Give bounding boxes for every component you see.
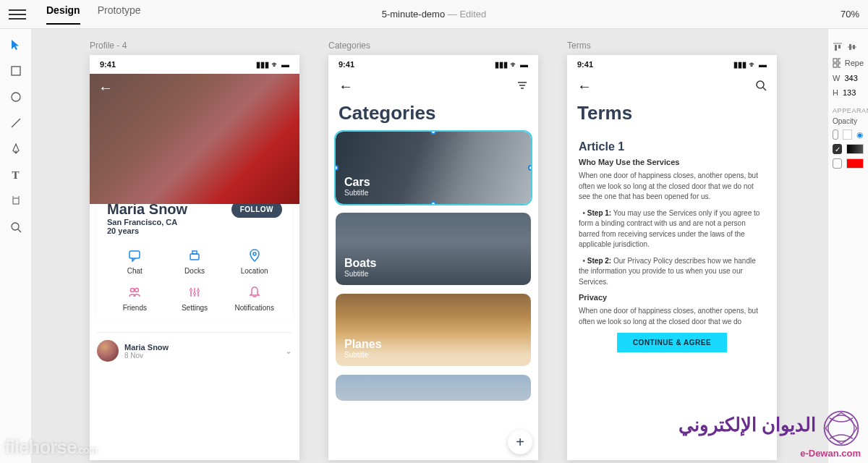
- chevron-down-icon[interactable]: ⌄: [285, 346, 292, 356]
- selection-handle[interactable]: [336, 165, 339, 171]
- select-tool-icon[interactable]: [9, 38, 23, 52]
- chat-icon: [107, 248, 163, 263]
- height-input[interactable]: [843, 88, 867, 97]
- fab-add-button[interactable]: +: [508, 430, 532, 454]
- width-input[interactable]: [844, 74, 868, 82]
- signal-icon: ▮▮▮: [256, 60, 269, 69]
- svg-rect-3: [13, 198, 19, 204]
- mode-tabs: Design Prototype: [46, 4, 141, 25]
- selection-handle[interactable]: [430, 132, 436, 135]
- status-time: 9:41: [339, 60, 354, 69]
- artboard-terms-wrap: Terms 9:41 ▮▮▮ᯤ▬ ← Terms Article 1 Who M…: [567, 41, 777, 463]
- selection-handle[interactable]: [430, 201, 436, 204]
- artboard-profile-wrap: Profile - 4 9:41 ▮▮▮ ᯤ ▬ ← Maria: [90, 41, 299, 463]
- terms-step-1: • Step 1: You may use the Services only …: [579, 208, 765, 250]
- line-tool-icon[interactable]: [9, 116, 23, 130]
- opacity-label: Opacity: [833, 117, 864, 125]
- category-card-boats[interactable]: Boats Subtitle: [336, 213, 531, 285]
- selection-handle[interactable]: [336, 201, 339, 204]
- terms-privacy-paragraph: When one door of happiness closes, anoth…: [579, 306, 765, 327]
- artboard-label[interactable]: Terms: [567, 41, 777, 51]
- category-title: Boats: [344, 257, 522, 270]
- category-title: Cars: [344, 176, 522, 189]
- fill-checkbox[interactable]: ✓: [833, 144, 842, 154]
- continue-agree-button[interactable]: CONTINUE & AGREE: [617, 333, 727, 352]
- color-swatch[interactable]: [846, 158, 864, 169]
- fill-checkbox[interactable]: [833, 129, 838, 140]
- profile-action-friends[interactable]: Friends: [107, 285, 163, 312]
- search-icon[interactable]: [755, 80, 767, 94]
- artboard-profile[interactable]: 9:41 ▮▮▮ ᯤ ▬ ← Maria Snow San Francisco,…: [90, 55, 299, 460]
- selection-handle[interactable]: [528, 165, 531, 171]
- repeat-grid-button[interactable]: Repe: [833, 58, 864, 68]
- category-card-partial[interactable]: [336, 375, 531, 401]
- hamburger-menu-icon[interactable]: [9, 9, 26, 20]
- tab-design[interactable]: Design: [46, 4, 80, 25]
- profile-action-location[interactable]: Location: [226, 248, 282, 275]
- selection-handle[interactable]: [528, 201, 531, 204]
- svg-rect-32: [838, 59, 841, 62]
- back-arrow-icon[interactable]: ←: [98, 80, 113, 96]
- fill-row-2[interactable]: [833, 158, 864, 169]
- status-bar: 9:41 ▮▮▮ ᯤ ▬: [90, 55, 299, 74]
- svg-rect-8: [129, 251, 140, 258]
- fill-row-1[interactable]: ✓: [833, 144, 864, 154]
- back-arrow-icon[interactable]: ←: [339, 78, 353, 95]
- artboard-label[interactable]: Profile - 4: [90, 41, 299, 51]
- align-controls[interactable]: [833, 42, 864, 52]
- post-item[interactable]: Maria Snow 8 Nov ⌄: [97, 332, 292, 369]
- artboard-tool-icon[interactable]: [9, 194, 23, 208]
- category-card-planes[interactable]: Planes Subtitle: [336, 294, 531, 366]
- wifi-icon: ᯤ: [510, 60, 518, 69]
- svg-point-11: [253, 252, 256, 255]
- align-middle-icon[interactable]: [847, 42, 857, 52]
- svg-point-18: [193, 293, 195, 295]
- profile-action-settings[interactable]: Settings: [167, 285, 223, 312]
- profile-action-docks[interactable]: Docks: [167, 248, 223, 275]
- category-card-cars[interactable]: Cars Subtitle: [336, 132, 531, 204]
- selection-handle[interactable]: [336, 132, 339, 135]
- filter-icon[interactable]: [516, 80, 528, 94]
- rectangle-tool-icon[interactable]: [9, 64, 23, 78]
- artboard-terms[interactable]: 9:41 ▮▮▮ᯤ▬ ← Terms Article 1 Who May Use…: [567, 55, 777, 460]
- watermark-edewan: الديوان الإلكتروني e-Dewan.com: [678, 409, 861, 459]
- svg-line-7: [18, 229, 21, 232]
- back-arrow-icon[interactable]: ←: [577, 78, 592, 95]
- battery-icon: ▬: [759, 60, 767, 69]
- svg-rect-26: [835, 45, 837, 51]
- fill-checkbox[interactable]: [833, 158, 842, 169]
- profile-action-notifications[interactable]: Notifications: [226, 285, 282, 312]
- fill-row-0[interactable]: ◉: [833, 129, 864, 140]
- profile-action-chat[interactable]: Chat: [107, 248, 163, 275]
- app-topbar: Design Prototype 5-minute-demo — Edited …: [0, 0, 868, 29]
- doc-status: Edited: [459, 9, 486, 20]
- ellipse-tool-icon[interactable]: [9, 90, 23, 104]
- svg-line-2: [12, 119, 20, 127]
- target-icon[interactable]: ◉: [856, 130, 864, 140]
- friends-icon: [107, 285, 163, 300]
- zoom-tool-icon[interactable]: [9, 220, 23, 234]
- terms-privacy-heading: Privacy: [579, 293, 765, 302]
- artboard-categories[interactable]: 9:41 ▮▮▮ᯤ▬ ← Categories Cars Subtitle: [328, 55, 538, 460]
- align-top-icon[interactable]: [833, 42, 843, 52]
- artboard-label[interactable]: Categories: [328, 41, 538, 51]
- status-bar: 9:41 ▮▮▮ᯤ▬: [567, 55, 777, 74]
- svg-line-24: [763, 88, 766, 90]
- pen-tool-icon[interactable]: [9, 142, 23, 156]
- svg-point-19: [197, 290, 199, 292]
- signal-icon: ▮▮▮: [495, 60, 508, 69]
- svg-rect-27: [838, 45, 841, 48]
- settings-sliders-icon: [167, 285, 223, 300]
- selection-handle[interactable]: [528, 132, 531, 135]
- text-tool-icon[interactable]: T: [9, 168, 23, 182]
- profile-action-grid: Chat Docks Location Friends Settings Not…: [107, 248, 282, 312]
- appearance-section-label: APPEARANC: [833, 107, 864, 114]
- color-swatch[interactable]: [846, 144, 864, 154]
- location-pin-icon: [226, 248, 282, 263]
- canvas[interactable]: Profile - 4 9:41 ▮▮▮ ᯤ ▬ ← Maria: [32, 29, 827, 463]
- docks-icon: [167, 248, 223, 263]
- status-icons: ▮▮▮ ᯤ ▬: [256, 60, 289, 69]
- color-swatch[interactable]: [843, 129, 852, 140]
- tab-prototype[interactable]: Prototype: [98, 4, 141, 25]
- zoom-level[interactable]: 70%: [841, 9, 859, 20]
